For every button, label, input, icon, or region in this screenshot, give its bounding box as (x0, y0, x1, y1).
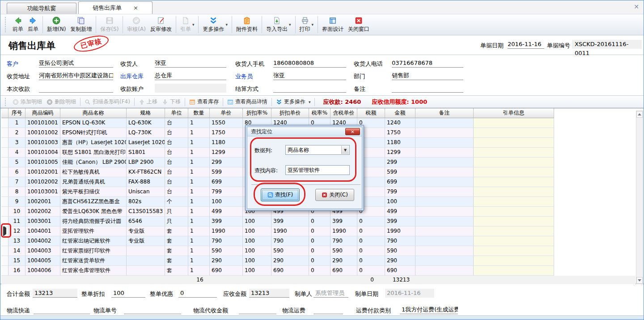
window-close-icon[interactable]: ✕ (634, 3, 639, 10)
table-cell[interactable]: 台 (165, 167, 188, 177)
table-cell[interactable]: 15 (8, 256, 25, 266)
table-cell[interactable]: 1990 (271, 226, 309, 236)
table-cell[interactable]: 1 (188, 207, 210, 217)
table-cell[interactable] (474, 128, 554, 138)
form-field-value[interactable]: 03716678678 (392, 59, 463, 68)
table-cell[interactable]: 0 (309, 256, 330, 266)
table-row[interactable]: 121004001亚拓管理软件专业版套119901001990019900199… (0, 226, 554, 236)
table-cell[interactable]: 台 (165, 128, 188, 138)
footer-field-value[interactable]: 1我方付运费(生成运费 (400, 305, 458, 314)
table-cell[interactable]: 699 (210, 177, 243, 187)
table-cell[interactable]: 紫光平板扫描仪 (60, 187, 127, 197)
table-cell[interactable]: 290 (330, 256, 357, 266)
table-cell[interactable]: LQ-730K (127, 128, 165, 138)
table-cell[interactable]: 790 (330, 236, 357, 246)
table-cell[interactable] (474, 197, 554, 207)
table-cell[interactable] (474, 158, 554, 167)
toolbar-button[interactable]: 导入导出▾ (264, 16, 293, 34)
toolbar-button[interactable]: 打印▾ (297, 16, 316, 34)
table-cell[interactable] (415, 187, 474, 197)
table-cell[interactable]: 1 (188, 256, 210, 266)
table-cell[interactable] (415, 246, 474, 256)
table-cell[interactable]: 1 (188, 177, 210, 187)
table-cell[interactable]: 690 (210, 266, 243, 276)
table-cell[interactable] (415, 236, 474, 246)
table-cell[interactable]: 台 (165, 138, 188, 148)
row-indicator-cell[interactable] (1, 217, 8, 226)
table-header-cell[interactable]: 商品编码 (25, 108, 60, 118)
form-field-value[interactable]: 18608080808 (273, 59, 346, 68)
table-cell[interactable]: LBP 2900 (127, 158, 165, 167)
table-cell[interactable] (415, 118, 474, 128)
row-indicator-cell[interactable] (1, 256, 8, 266)
dropdown-caret-icon[interactable]: ▾ (309, 100, 311, 104)
table-cell[interactable]: 专业版 (127, 236, 165, 246)
table-header-cell[interactable]: 含税单价 (330, 108, 357, 118)
table-cell[interactable]: 1 (188, 148, 210, 158)
table-cell[interactable]: 100 (243, 246, 271, 256)
table-cell[interactable]: 290 (385, 256, 415, 266)
table-cell[interactable]: 1299 (210, 148, 243, 158)
table-cell[interactable]: 690 (271, 266, 309, 276)
table-cell[interactable] (415, 226, 474, 236)
row-indicator-cell[interactable] (1, 118, 8, 128)
toolbar-button[interactable]: 审核(A) (125, 16, 148, 34)
toolbar-button[interactable]: 前单 (10, 16, 25, 34)
table-cell[interactable]: 台 (165, 187, 188, 197)
table-cell[interactable]: 799 (210, 187, 243, 197)
table-row[interactable]: 161004006红管家仓库管理软件套169010069006900690 (0, 266, 554, 276)
form-field-value[interactable]: 亚拓公司测试 (39, 59, 113, 68)
table-cell[interactable]: 100 (385, 197, 415, 207)
table-cell[interactable]: 790 (271, 236, 309, 246)
table-cell[interactable]: 0 (357, 266, 385, 276)
table-cell[interactable] (474, 187, 554, 197)
form-field-value[interactable]: 张亚 (273, 71, 346, 80)
table-cell[interactable]: 红管家票据打印软件 (60, 246, 127, 256)
table-cell[interactable]: 惠普CH561ZZ黑色墨盒 (60, 197, 127, 207)
toolbar-button[interactable]: 反审修改 (148, 16, 174, 34)
tab-sales-outbound[interactable]: 销售出库单 × (78, 1, 153, 14)
table-cell[interactable]: 100 (243, 217, 271, 226)
table-cell[interactable]: 套 (165, 246, 188, 256)
table-cell[interactable]: 399 (271, 217, 309, 226)
table-cell[interactable]: 790 (210, 236, 243, 246)
table-cell[interactable]: 得力经典防滑握手设计圆 (60, 217, 127, 226)
table-cell[interactable]: 1 (188, 128, 210, 138)
table-header-cell[interactable] (1, 108, 8, 118)
table-cell[interactable]: 6546 (127, 217, 165, 226)
footer-field-value[interactable] (314, 305, 343, 314)
table-cell[interactable]: 台 (165, 158, 188, 167)
table-cell[interactable]: 100101002 (25, 128, 60, 138)
search-content-input[interactable]: 亚拓管理软件 (285, 165, 350, 175)
table-cell[interactable] (474, 118, 554, 128)
table-cell[interactable]: 1 (188, 167, 210, 177)
row-indicator-cell[interactable] (1, 226, 8, 236)
table-row[interactable]: 141004003红管家票据打印软件套159010059005900590 (0, 246, 554, 256)
table-cell[interactable] (415, 207, 474, 217)
table-cell[interactable]: 台 (165, 118, 188, 128)
toolbar-button[interactable]: 附件资料 (234, 16, 260, 34)
table-cell[interactable]: 290 (271, 256, 309, 266)
table-cell[interactable]: 590 (385, 246, 415, 256)
detail-toolbar-button[interactable]: 删除明细 (44, 98, 78, 106)
table-cell[interactable]: 1990 (210, 226, 243, 236)
table-cell[interactable] (127, 246, 165, 256)
table-cell[interactable]: 红管家出纳记账软件 (60, 236, 127, 246)
table-cell[interactable] (127, 256, 165, 266)
detail-toolbar-button[interactable]: 查看库存 (187, 98, 221, 106)
doc-date-field[interactable]: 2016-11-16 (508, 40, 544, 49)
table-cell[interactable] (474, 148, 554, 158)
table-cell[interactable]: 100101005 (25, 158, 60, 167)
table-header-cell[interactable]: 数量 (188, 108, 210, 118)
table-header-cell[interactable]: 单位 (165, 108, 188, 118)
table-cell[interactable]: 1180 (210, 138, 243, 148)
scroll-up-button[interactable] (636, 111, 643, 118)
table-cell[interactable]: 3 (8, 138, 25, 148)
table-cell[interactable]: 590 (330, 246, 357, 256)
table-cell[interactable] (415, 266, 474, 276)
table-cell[interactable]: 4 (8, 148, 25, 158)
table-cell[interactable] (415, 256, 474, 266)
table-cell[interactable]: 红管家仓库管理软件 (60, 266, 127, 276)
table-cell[interactable]: 599 (210, 167, 243, 177)
table-cell[interactable] (474, 266, 554, 276)
